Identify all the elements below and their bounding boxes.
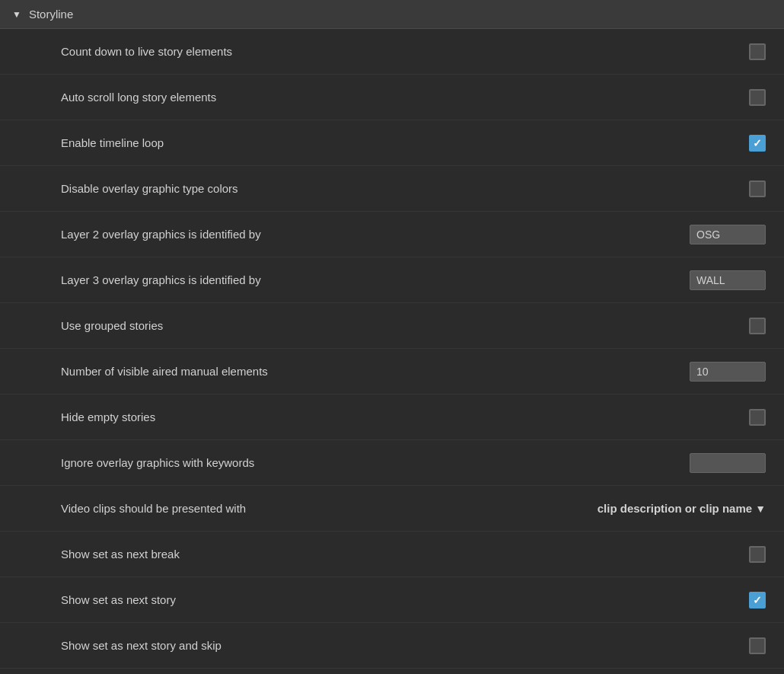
setting-label-auto-scroll-long: Auto scroll long story elements	[61, 91, 682, 104]
setting-row-show-set-next-story-skip: Show set as next story and skip	[0, 623, 784, 669]
setting-control-disable-overlay-colors	[682, 180, 766, 197]
setting-label-count-down-live: Count down to live story elements	[61, 45, 682, 58]
section-collapse-arrow[interactable]: ▼	[12, 9, 21, 20]
setting-row-hide-empty-stories: Hide empty stories	[0, 394, 784, 440]
setting-row-show-set-next-break: Show set as next break	[0, 532, 784, 577]
setting-control-ignore-overlay-keywords	[682, 453, 766, 473]
setting-row-show-set-next-story: Show set as next story	[0, 577, 784, 623]
dropdown-arrow-icon: ▼	[755, 503, 766, 515]
dropdown-video-clips-presented[interactable]: clip description or clip name ▼	[598, 502, 766, 515]
text-input-layer2-overlay[interactable]	[690, 225, 766, 244]
setting-row-ignore-overlay-keywords: Ignore overlay graphics with keywords	[0, 440, 784, 486]
setting-label-layer2-overlay: Layer 2 overlay graphics is identified b…	[61, 228, 682, 241]
setting-row-visible-aired-manual: Number of visible aired manual elements	[0, 349, 784, 394]
setting-label-enable-timeline-loop: Enable timeline loop	[61, 136, 682, 149]
setting-row-use-grouped-stories: Use grouped stories	[0, 303, 784, 349]
checkbox-use-grouped-stories[interactable]	[749, 318, 766, 334]
setting-control-show-set-next-story	[682, 592, 766, 609]
setting-label-show-set-next-story: Show set as next story	[61, 593, 682, 606]
setting-control-auto-scroll-long	[682, 89, 766, 106]
setting-label-show-set-next-story-skip: Show set as next story and skip	[61, 639, 682, 652]
setting-control-enable-timeline-loop	[682, 135, 766, 152]
dropdown-value-video-clips-presented: clip description or clip name	[598, 502, 752, 515]
checkbox-count-down-live[interactable]	[749, 43, 766, 60]
setting-control-show-set-next-story-skip	[682, 637, 766, 654]
checkbox-auto-scroll-long[interactable]	[749, 89, 766, 106]
settings-list: Count down to live story elementsAuto sc…	[0, 29, 784, 669]
setting-label-layer3-overlay: Layer 3 overlay graphics is identified b…	[61, 273, 682, 286]
setting-row-count-down-live: Count down to live story elements	[0, 29, 784, 75]
text-input-visible-aired-manual[interactable]	[690, 362, 766, 382]
setting-control-show-set-next-break	[682, 546, 766, 563]
setting-control-hide-empty-stories	[682, 409, 766, 426]
setting-row-layer2-overlay: Layer 2 overlay graphics is identified b…	[0, 212, 784, 257]
checkbox-disable-overlay-colors[interactable]	[749, 180, 766, 197]
setting-control-layer3-overlay	[682, 270, 766, 290]
checkbox-hide-empty-stories[interactable]	[749, 409, 766, 426]
section-title: Storyline	[29, 8, 73, 21]
text-input-layer3-overlay[interactable]	[690, 270, 766, 290]
setting-label-video-clips-presented: Video clips should be presented with	[61, 502, 598, 515]
setting-control-video-clips-presented: clip description or clip name ▼	[598, 502, 766, 515]
checkbox-enable-timeline-loop[interactable]	[749, 135, 766, 152]
setting-label-use-grouped-stories: Use grouped stories	[61, 319, 682, 332]
setting-label-ignore-overlay-keywords: Ignore overlay graphics with keywords	[61, 456, 682, 469]
setting-label-show-set-next-break: Show set as next break	[61, 548, 682, 561]
setting-row-auto-scroll-long: Auto scroll long story elements	[0, 75, 784, 120]
setting-row-disable-overlay-colors: Disable overlay graphic type colors	[0, 166, 784, 212]
setting-label-disable-overlay-colors: Disable overlay graphic type colors	[61, 182, 682, 195]
setting-control-layer2-overlay	[682, 225, 766, 244]
section-container: ▼ Storyline Count down to live story ele…	[0, 0, 784, 669]
setting-control-use-grouped-stories	[682, 318, 766, 334]
setting-row-video-clips-presented: Video clips should be presented withclip…	[0, 486, 784, 532]
checkbox-show-set-next-story[interactable]	[749, 592, 766, 609]
checkbox-show-set-next-story-skip[interactable]	[749, 637, 766, 654]
setting-label-hide-empty-stories: Hide empty stories	[61, 410, 682, 423]
checkbox-show-set-next-break[interactable]	[749, 546, 766, 563]
setting-row-layer3-overlay: Layer 3 overlay graphics is identified b…	[0, 257, 784, 303]
section-header: ▼ Storyline	[0, 0, 784, 29]
setting-control-count-down-live	[682, 43, 766, 60]
text-input-ignore-overlay-keywords[interactable]	[690, 453, 766, 473]
setting-control-visible-aired-manual	[682, 362, 766, 382]
setting-label-visible-aired-manual: Number of visible aired manual elements	[61, 365, 682, 378]
setting-row-enable-timeline-loop: Enable timeline loop	[0, 120, 784, 166]
